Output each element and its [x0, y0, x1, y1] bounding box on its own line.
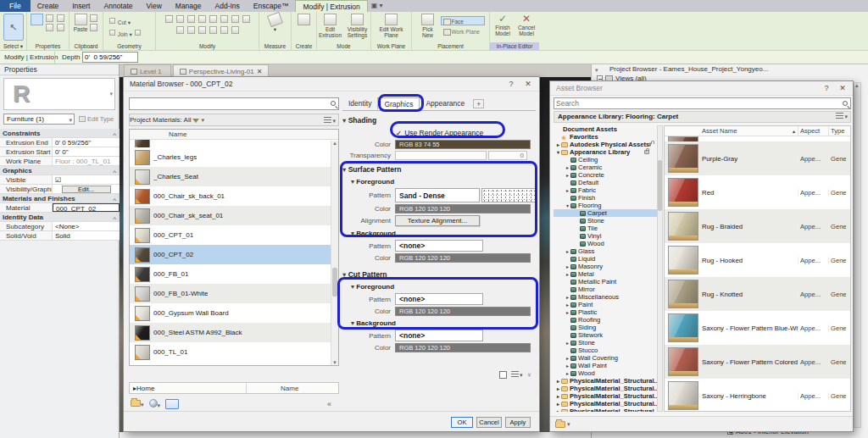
align-icon[interactable]	[165, 15, 173, 23]
ribbon-tab[interactable]: Create	[31, 0, 66, 12]
tree-expand-icon[interactable]	[555, 385, 561, 391]
material-row[interactable]: 000_TL_01	[130, 342, 338, 362]
library-tree-item[interactable]: Appearance Library	[554, 148, 657, 156]
ribbon-tab[interactable]: View	[140, 0, 169, 12]
material-row[interactable]	[130, 140, 338, 147]
material-row[interactable]: _Charles_legs	[130, 147, 338, 167]
tree-expand-icon[interactable]	[565, 202, 570, 208]
property-row[interactable]: Work Plane Floor : 000_TL_01	[0, 157, 120, 166]
copy-tool-icon[interactable]	[209, 15, 217, 23]
library-tree-item[interactable]: Siding	[554, 324, 657, 331]
surface-background-header[interactable]: Background	[351, 230, 536, 238]
library-tree-item[interactable]: Stone	[554, 339, 657, 347]
library-tree-item[interactable]: Plastic	[554, 308, 657, 316]
editor-tab[interactable]: Graphics	[377, 97, 420, 110]
property-value[interactable]: 0' 0 59/256"	[53, 138, 120, 147]
ribbon-tab[interactable]: File	[0, 0, 31, 12]
material-row[interactable]: 000_Chair_sk_back_01	[130, 186, 338, 206]
filter-funnel-icon[interactable]	[192, 119, 199, 123]
surface-fg-color-swatch[interactable]: RGB 120 120 120	[395, 204, 531, 213]
library-tree-item[interactable]: Wall Paint	[554, 362, 657, 369]
cut-pattern-section-header[interactable]: Cut Pattern	[342, 270, 536, 280]
tree-expand-icon[interactable]	[555, 408, 561, 412]
offset-icon[interactable]	[176, 15, 184, 23]
tree-expand-icon[interactable]	[565, 302, 570, 308]
property-row[interactable]: Constraints	[0, 129, 120, 138]
paste-icon[interactable]	[75, 14, 87, 25]
library-tree-item[interactable]: Ceiling	[554, 156, 657, 164]
editor-tab[interactable]: Appearance	[420, 97, 470, 110]
library-tree-item[interactable]: Carpet	[554, 209, 657, 217]
aspect-column-header[interactable]: Aspect	[798, 126, 828, 136]
asset-row[interactable]: Red Appe... Gene	[665, 175, 850, 209]
type-column-header[interactable]: Type	[828, 126, 850, 136]
edit-work-plane-button[interactable]: Edit Work Plane	[377, 14, 406, 38]
create-group-icon[interactable]	[298, 14, 310, 25]
tree-expand-icon[interactable]	[565, 248, 570, 254]
unpin-icon[interactable]	[209, 26, 217, 34]
scale-icon[interactable]	[187, 26, 195, 34]
tree-expand-icon[interactable]	[565, 271, 570, 277]
cut-foreground-header[interactable]: Foreground	[351, 283, 536, 291]
preview-dropdown-icon[interactable]: ▾	[109, 91, 113, 97]
property-value[interactable]: Floor : 000_TL_01	[53, 157, 120, 165]
library-tree-item[interactable]: PhysicalMaterial_Structural...	[554, 385, 657, 392]
ribbon-tab[interactable]: Manage	[169, 0, 209, 12]
property-value[interactable]: <None>	[53, 222, 120, 230]
ok-button[interactable]: OK	[451, 417, 473, 428]
asset-row[interactable]: Purple-Gray Appe... Gene	[665, 141, 850, 175]
library-tree-item[interactable]: PhysicalMaterial_Structural...	[554, 392, 657, 400]
thumbnail-view-icon[interactable]	[499, 371, 507, 379]
project-materials-filter-bar[interactable]: Project Materials: All▾ ▾	[129, 114, 339, 126]
library-tree-item[interactable]: Autodesk Physical Assets	[554, 141, 657, 148]
library-tree-item[interactable]: Paint	[554, 301, 657, 308]
surface-fg-pattern-value[interactable]: Sand - Dense	[395, 188, 480, 202]
close-view-icon[interactable]: ✕	[257, 68, 263, 75]
tree-expand-icon[interactable]	[555, 393, 561, 399]
tree-expand-icon[interactable]	[565, 294, 570, 300]
visibility-settings-button[interactable]: Visibility Settings	[345, 14, 370, 38]
material-row[interactable]: 000_CPT_01	[130, 225, 338, 245]
library-tree-item[interactable]: Glass	[554, 247, 657, 255]
library-tree-item[interactable]: Default	[554, 179, 657, 186]
library-tree-item[interactable]: Roofing	[554, 316, 657, 324]
tree-expand-icon[interactable]	[565, 164, 570, 170]
property-row[interactable]: Subcategory <None>	[0, 222, 120, 231]
library-tree-item[interactable]: PhysicalMaterial_Structural...	[554, 408, 657, 412]
surface-bg-color-swatch[interactable]: RGB 120 120 120	[395, 253, 531, 263]
tree-expand-icon[interactable]	[565, 172, 570, 178]
transparency-value[interactable]: 0	[488, 151, 527, 160]
copy-icon[interactable]	[90, 24, 97, 31]
tree-expand-icon[interactable]	[565, 187, 570, 193]
property-row[interactable]: Solid/Void Solid	[0, 231, 120, 241]
material-row[interactable]: 000_FB_01	[130, 264, 338, 284]
editor-tab[interactable]: Identity	[342, 97, 377, 110]
property-row[interactable]: Identity Data	[0, 213, 120, 222]
pin-icon[interactable]	[198, 26, 206, 34]
ribbon-tab[interactable]: Insert	[65, 0, 97, 12]
family-types-icon[interactable]	[57, 14, 64, 22]
family-category-icon[interactable]	[46, 24, 53, 31]
texture-alignment-button[interactable]: Texture Alignment...	[395, 215, 480, 226]
library-tree-item[interactable]: Mirror	[554, 286, 657, 293]
panel-label-select[interactable]: Select ▾	[0, 42, 26, 50]
collapse-panel-icon[interactable]: «	[327, 400, 331, 408]
tree-expand-icon[interactable]	[565, 370, 570, 376]
asset-view-options-icon[interactable]: ▾	[836, 112, 848, 122]
cancel-model-button[interactable]: ✕Cancel Model	[515, 14, 537, 36]
tree-expand-icon[interactable]	[565, 309, 570, 315]
tree-expand-icon[interactable]	[555, 378, 561, 384]
library-tree-item[interactable]: Finish	[554, 194, 657, 202]
placement-face-option[interactable]: Face	[441, 16, 485, 25]
property-value[interactable]: ☑	[53, 175, 120, 184]
library-tree-item[interactable]: Flooring	[554, 202, 657, 209]
move-icon[interactable]	[198, 15, 206, 23]
material-row[interactable]: 000_FB_01-White	[130, 284, 338, 303]
match-type-icon[interactable]	[231, 26, 239, 34]
property-row[interactable]: Graphics	[0, 166, 120, 175]
edit-type-button[interactable]: Edit Type	[79, 114, 115, 125]
library-tree-item[interactable]: Masonry	[554, 263, 657, 270]
close-button[interactable]: ✕	[520, 77, 536, 91]
material-search-input[interactable]	[131, 98, 326, 109]
tree-expand-icon[interactable]	[565, 340, 570, 346]
